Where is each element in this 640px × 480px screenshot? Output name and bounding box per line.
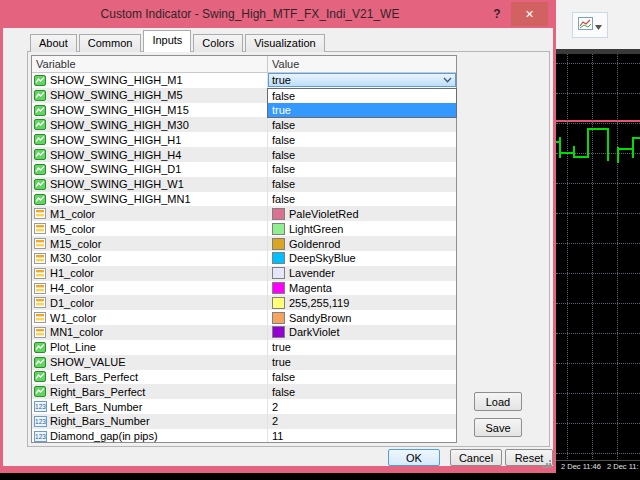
- variable-name: M15_color: [50, 238, 101, 250]
- bool-input-icon: [34, 357, 47, 368]
- tab-label: About: [39, 37, 68, 49]
- table-row[interactable]: SHOW_SWING_HIGH_H1 false: [32, 132, 456, 147]
- tab-about[interactable]: About: [30, 34, 77, 52]
- grid-line-horizontal: [556, 123, 640, 124]
- variable-name: SHOW_SWING_HIGH_H1: [50, 134, 181, 146]
- svg-text:123: 123: [35, 403, 46, 410]
- table-row[interactable]: SHOW_SWING_HIGH_H4 false: [32, 147, 456, 162]
- bool-input-icon: [34, 371, 47, 382]
- grid-line-horizontal: [556, 453, 640, 454]
- tab-colors[interactable]: Colors: [193, 34, 243, 52]
- variable-value: true: [272, 356, 291, 368]
- variable-name: SHOW_SWING_HIGH_H4: [50, 149, 181, 161]
- grid-line-vertical: [617, 54, 618, 459]
- value-combobox[interactable]: true: [268, 73, 456, 87]
- time-axis-label: 2 Dec 11:: [607, 462, 639, 471]
- resize-grip-icon[interactable]: [542, 455, 552, 465]
- table-row[interactable]: M30_color DeepSkyBlue: [32, 251, 456, 266]
- color-swatch: [272, 282, 285, 294]
- variable-name: SHOW_SWING_HIGH_M15: [50, 104, 189, 116]
- bool-input-icon: [34, 194, 47, 205]
- variable-value: Lavender: [289, 267, 335, 279]
- variable-name: D1_color: [50, 297, 94, 309]
- int-input-icon: 123: [34, 431, 47, 442]
- ok-button[interactable]: OK: [388, 449, 440, 466]
- table-row[interactable]: M1_color PaleVioletRed: [32, 206, 456, 221]
- table-row[interactable]: M15_color Goldenrod: [32, 236, 456, 251]
- load-button[interactable]: Load: [474, 392, 522, 411]
- variable-name: SHOW_SWING_HIGH_M1: [50, 74, 183, 86]
- variable-value: 2: [272, 415, 278, 427]
- cancel-button[interactable]: Cancel: [450, 449, 502, 466]
- variable-name: W1_color: [50, 312, 96, 324]
- table-row[interactable]: Right_Bars_Perfect false: [32, 384, 456, 399]
- color-input-icon: [34, 268, 47, 279]
- candle-segment: [559, 152, 574, 154]
- variable-name: SHOW_SWING_HIGH_M5: [50, 89, 183, 101]
- variable-value: 11: [272, 430, 283, 442]
- candle-segment: [573, 156, 588, 158]
- tab-label: Inputs: [152, 34, 182, 46]
- tab-inputs[interactable]: Inputs: [143, 30, 191, 52]
- table-row[interactable]: M5_color LightGreen: [32, 221, 456, 236]
- variable-value: DarkViolet: [289, 326, 340, 338]
- table-row[interactable]: H4_color Magenta: [32, 281, 456, 296]
- column-header-value: Value: [268, 56, 456, 72]
- variable-name: Right_Bars_Number: [50, 415, 150, 427]
- bool-input-icon: [34, 119, 47, 130]
- variable-name: Left_Bars_Number: [50, 401, 142, 413]
- table-row[interactable]: W1_color SandyBrown: [32, 310, 456, 325]
- grid-line-horizontal: [556, 423, 640, 424]
- grid-line-horizontal: [556, 213, 640, 214]
- grid-line-horizontal: [556, 273, 640, 274]
- variable-name: Plot_Line: [50, 341, 96, 353]
- dropdown-option[interactable]: false: [268, 89, 456, 103]
- table-row[interactable]: Left_Bars_Perfect false: [32, 370, 456, 385]
- column-header-variable: Variable: [32, 56, 268, 72]
- table-row[interactable]: 123 Right_Bars_Number 2: [32, 414, 456, 429]
- variable-value: false: [272, 163, 295, 175]
- bool-input-icon: [34, 386, 47, 397]
- variable-value: SandyBrown: [289, 312, 351, 324]
- tab-visualization[interactable]: Visualization: [245, 34, 325, 52]
- table-row[interactable]: SHOW_SWING_HIGH_W1 false: [32, 177, 456, 192]
- table-row[interactable]: 123 Left_Bars_Number 2: [32, 399, 456, 414]
- bool-input-icon: [34, 164, 47, 175]
- variable-value: false: [272, 178, 295, 190]
- table-row[interactable]: SHOW_SWING_HIGH_M30 false: [32, 117, 456, 132]
- variable-name: M1_color: [50, 208, 95, 220]
- table-row[interactable]: 123 Diamond_gap(in pips) 11: [32, 429, 456, 443]
- variable-name: H4_color: [50, 282, 94, 294]
- candle-segment: [632, 137, 634, 158]
- variable-value: false: [272, 149, 295, 161]
- variable-value: PaleVioletRed: [289, 208, 359, 220]
- bool-input-icon: [34, 179, 47, 190]
- variable-value: false: [272, 134, 295, 146]
- table-row[interactable]: D1_color 255,255,119: [32, 295, 456, 310]
- table-row[interactable]: H1_color Lavender: [32, 266, 456, 281]
- save-button[interactable]: Save: [474, 418, 522, 437]
- variable-name: SHOW_SWING_HIGH_M30: [50, 119, 189, 131]
- tab-common[interactable]: Common: [79, 34, 142, 52]
- color-swatch: [272, 208, 285, 220]
- indicators-toolbar-button[interactable]: [572, 12, 608, 38]
- bottom-strip: [0, 473, 640, 480]
- color-swatch: [272, 252, 285, 264]
- grid-line-vertical: [592, 54, 593, 459]
- table-row[interactable]: Plot_Line true: [32, 340, 456, 355]
- tab-bar: About Common Inputs Colors Visualization: [30, 32, 327, 52]
- variable-name: Left_Bars_Perfect: [50, 371, 138, 383]
- help-button[interactable]: ?: [486, 4, 508, 24]
- close-button[interactable]: ✕: [511, 2, 548, 26]
- dropdown-option[interactable]: true: [268, 103, 456, 117]
- grid-line-horizontal: [556, 303, 640, 304]
- table-row[interactable]: SHOW_SWING_HIGH_D1 false: [32, 162, 456, 177]
- bool-input-icon: [34, 90, 47, 101]
- table-row[interactable]: MN1_color DarkViolet: [32, 325, 456, 340]
- color-input-icon: [34, 223, 47, 234]
- table-row[interactable]: SHOW_SWING_HIGH_MN1 false: [32, 192, 456, 207]
- variable-value: false: [272, 371, 295, 383]
- indicator-icon: [578, 16, 593, 34]
- grid-line-horizontal: [556, 393, 640, 394]
- table-row[interactable]: SHOW_VALUE true: [32, 355, 456, 370]
